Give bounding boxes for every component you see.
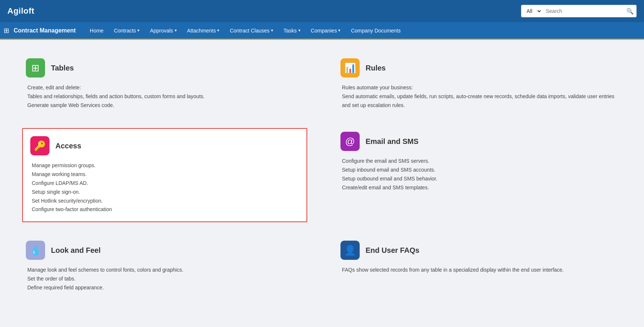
card-body-look-and-feel: Manage look and feel schemes to control …: [26, 266, 304, 292]
search-button[interactable]: 🔍: [623, 5, 637, 17]
search-filter-select[interactable]: All: [521, 5, 542, 17]
nav-label-companies: Companies: [311, 28, 337, 34]
card-title-access: Access: [55, 142, 81, 150]
chevron-down-icon: ▾: [298, 28, 301, 33]
card-icon-email-sms: @: [340, 132, 360, 151]
card-title-end-user-faqs: End User FAQs: [366, 246, 419, 255]
card-rules[interactable]: 📊 Rules Rules automate your business:Sen…: [337, 55, 622, 113]
nav-item-approvals[interactable]: Approvals ▾: [145, 22, 182, 39]
card-header-tables: ⊞ Tables: [26, 58, 304, 78]
nav-brand: Contract Management: [14, 27, 76, 34]
card-title-email-sms: Email and SMS: [366, 137, 418, 146]
card-desc-line: Manage look and feel schemes to control …: [27, 267, 184, 273]
nav-item-tasks[interactable]: Tasks ▾: [278, 22, 306, 39]
card-access[interactable]: 🔑 Access Manage permission groups.Manage…: [22, 128, 307, 222]
card-desc-line: Rules automate your business:: [342, 85, 413, 90]
card-desc-line: Setup outbound email and SMS behavior.: [342, 176, 437, 182]
chevron-down-icon: ▾: [137, 28, 140, 33]
card-desc-line: Setup single sign-on.: [32, 189, 80, 195]
card-desc-line: Manage working teams.: [32, 171, 87, 177]
nav-label-approvals: Approvals: [150, 28, 173, 34]
nav-item-contract-clauses[interactable]: Contract Clauses ▾: [225, 22, 278, 39]
card-desc-line: Tables and relationships, fields and act…: [27, 93, 205, 99]
card-desc-line: Send automatic emails, update fields, ru…: [342, 93, 614, 108]
card-desc-line: Setup inbound email and SMS accounts.: [342, 167, 435, 173]
nav-item-contracts[interactable]: Contracts ▾: [109, 22, 145, 39]
card-desc-line: Set the order of tabs.: [27, 276, 76, 282]
nav-item-attachments[interactable]: Attachments ▾: [182, 22, 225, 39]
nav-label-tasks: Tasks: [284, 28, 297, 34]
card-header-access: 🔑 Access: [30, 136, 299, 155]
card-end-user-faqs[interactable]: 👤 End User FAQs FAQs show selected recor…: [337, 237, 622, 296]
card-desc-line: Configure the email and SMS servers.: [342, 158, 429, 164]
card-title-look-and-feel: Look and Feel: [51, 246, 100, 255]
nav-label-home: Home: [90, 28, 103, 34]
nav-label-contracts: Contracts: [114, 28, 136, 34]
card-icon-access: 🔑: [30, 136, 49, 155]
nav-label-contract-clauses: Contract Clauses: [230, 28, 269, 34]
card-body-end-user-faqs: FAQs show selected records from any tabl…: [340, 266, 618, 275]
card-icon-tables: ⊞: [26, 58, 45, 78]
card-desc-line: Manage permission groups.: [32, 162, 96, 168]
logo-area: Agiloft: [7, 6, 34, 16]
nav-label-company-documents: Company Documents: [351, 28, 401, 34]
card-icon-rules: 📊: [340, 58, 360, 78]
nav-item-companies[interactable]: Companies ▾: [306, 22, 346, 39]
card-tables[interactable]: ⊞ Tables Create, edit and delete:Tables …: [22, 55, 307, 113]
card-body-tables: Create, edit and delete:Tables and relat…: [26, 83, 304, 110]
card-body-access: Manage permission groups.Manage working …: [30, 161, 299, 214]
card-desc-line: Define required field appearance.: [27, 285, 104, 290]
grid-icon[interactable]: ⊞: [4, 27, 9, 35]
card-desc-line: Set Hotlink security/encryption.: [32, 198, 103, 204]
card-icon-end-user-faqs: 👤: [340, 241, 360, 260]
nav-item-home[interactable]: Home: [85, 22, 109, 39]
card-desc-line: Configure two-factor authentication: [32, 206, 112, 212]
chevron-down-icon: ▾: [271, 28, 273, 33]
card-header-email-sms: @ Email and SMS: [340, 132, 618, 151]
card-header-end-user-faqs: 👤 End User FAQs: [340, 241, 618, 260]
card-desc-line: Configure LDAP/MS AD.: [32, 180, 88, 186]
main-content: ⊞ Tables Create, edit and delete:Tables …: [0, 40, 644, 311]
card-header-look-and-feel: 💧 Look and Feel: [26, 241, 304, 260]
card-body-rules: Rules automate your business:Send automa…: [340, 83, 618, 110]
app-logo: Agiloft: [7, 6, 34, 16]
card-desc-line: Generate sample Web Services code.: [27, 102, 114, 108]
card-title-tables: Tables: [51, 64, 74, 72]
card-desc-line: Create/edit email and SMS templates.: [342, 185, 429, 190]
search-bar: All 🔍: [521, 5, 637, 17]
search-input[interactable]: [542, 5, 623, 17]
search-icon: 🔍: [626, 8, 634, 15]
chevron-down-icon: ▾: [175, 28, 177, 33]
card-desc-line: Create, edit and delete:: [27, 85, 81, 90]
card-desc-line: FAQs show selected records from any tabl…: [342, 267, 564, 273]
card-icon-look-and-feel: 💧: [26, 241, 45, 260]
top-bar: Agiloft All 🔍: [0, 0, 644, 22]
card-email-sms[interactable]: @ Email and SMS Configure the email and …: [337, 128, 622, 222]
card-body-email-sms: Configure the email and SMS servers.Setu…: [340, 157, 618, 192]
card-header-rules: 📊 Rules: [340, 58, 618, 78]
card-title-rules: Rules: [366, 64, 386, 72]
chevron-down-icon: ▾: [217, 28, 219, 33]
chevron-down-icon: ▾: [338, 28, 340, 33]
nav-label-attachments: Attachments: [187, 28, 216, 34]
nav-item-company-documents[interactable]: Company Documents: [346, 22, 406, 39]
card-look-and-feel[interactable]: 💧 Look and Feel Manage look and feel sch…: [22, 237, 307, 296]
nav-bar: ⊞ Contract Management Home Contracts ▾ A…: [0, 22, 644, 40]
